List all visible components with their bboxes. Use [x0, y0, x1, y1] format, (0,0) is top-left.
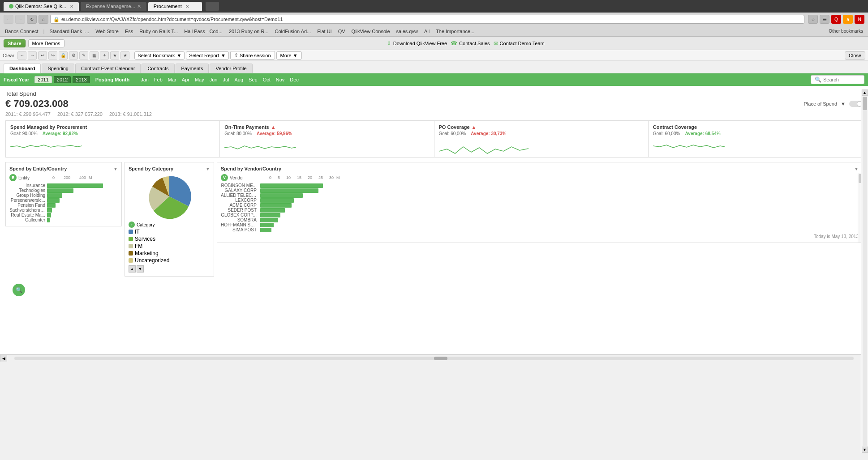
legend-marketing[interactable]: Marketing: [129, 250, 210, 256]
tab-payments[interactable]: Payments: [176, 64, 209, 73]
entity-row-sach[interactable]: Sachversicherung: [9, 208, 118, 213]
bookmark-coldfusion[interactable]: ColdFusion Ad...: [274, 29, 313, 34]
search-box[interactable]: 🔍: [811, 75, 864, 84]
month-aug[interactable]: Aug: [232, 77, 246, 83]
month-dec[interactable]: Dec: [288, 77, 301, 83]
vendor-chart-dropdown[interactable]: ▼: [854, 166, 859, 171]
legend-uncategorized[interactable]: Uncategorized: [129, 257, 210, 264]
redo-icon-btn[interactable]: ↪: [48, 51, 57, 60]
bookmark-qv[interactable]: QV: [337, 29, 347, 34]
tab-close-3[interactable]: ✕: [185, 4, 189, 9]
bookmark-all[interactable]: All: [423, 29, 431, 34]
bookmark-hallpass[interactable]: Hall Pass - Cod...: [183, 29, 224, 34]
tab-vendor-profile[interactable]: Vendor Profile: [210, 64, 252, 73]
forward-btn[interactable]: →: [15, 15, 25, 24]
select-report-dropdown[interactable]: Select Report ▼: [186, 51, 229, 60]
tab-procurement[interactable]: Procurement ✕: [148, 2, 202, 11]
month-jul[interactable]: Jul: [220, 77, 231, 83]
scroll-track-right[interactable]: [863, 97, 867, 362]
close-btn[interactable]: Close: [845, 51, 865, 60]
pin-icon-btn[interactable]: ★: [120, 51, 129, 60]
scroll-up-btn[interactable]: ▲: [862, 89, 868, 96]
vendor-row-hoffmann[interactable]: HOFFMANN SE...: [221, 222, 859, 227]
month-may[interactable]: May: [193, 77, 206, 83]
norton-icon[interactable]: N: [855, 15, 864, 24]
tab-dashboard[interactable]: Dashboard: [4, 64, 41, 73]
bookmark-ess[interactable]: Ess: [124, 29, 134, 34]
month-nov[interactable]: Nov: [274, 77, 287, 83]
entity-row-pension[interactable]: Pension Fund: [9, 203, 118, 208]
tab-spending[interactable]: Spending: [42, 64, 74, 73]
contact-sales-area[interactable]: ☎ Contact Sales: [451, 40, 490, 47]
fiscal-year-2013[interactable]: 2013: [73, 76, 90, 83]
month-mar[interactable]: Mar: [166, 77, 179, 83]
star-icon[interactable]: ☆: [808, 15, 818, 24]
entity-row-technologies[interactable]: Technologies: [9, 188, 118, 193]
search-input[interactable]: [823, 77, 859, 82]
vendor-row-lexcorp[interactable]: LEXCORP: [221, 198, 859, 203]
bookmark-standard[interactable]: Standard Bank -...: [48, 29, 90, 34]
category-scroll-up[interactable]: ▲: [129, 265, 136, 273]
back-icon-btn[interactable]: ←: [17, 51, 26, 60]
tab-close-2[interactable]: ✕: [137, 4, 141, 9]
vendor-row-seder[interactable]: SEDER POST: [221, 208, 859, 213]
scroll-left-btn[interactable]: ◀: [0, 355, 7, 362]
bookmark-bancs[interactable]: Bancs Connect: [4, 29, 40, 34]
vendor-row-robinson[interactable]: ROBINSON ME...: [221, 183, 859, 188]
fiscal-year-2011[interactable]: 2011: [34, 76, 52, 83]
share-main-btn[interactable]: Share: [4, 39, 26, 47]
other-bookmarks[interactable]: Other bookmarks: [827, 29, 864, 34]
vendor-row-acme[interactable]: ACME CORP: [221, 203, 859, 208]
vendor-row-sombra[interactable]: SOMBRA: [221, 217, 859, 222]
layout-icon-btn[interactable]: ▦: [90, 51, 99, 60]
home-btn-nav[interactable]: ⌂: [39, 15, 48, 24]
more-btn[interactable]: More ▼: [276, 51, 302, 60]
back-btn[interactable]: ←: [4, 15, 13, 24]
entity-row-insurance[interactable]: Insurance: [9, 183, 118, 188]
entity-row-realestate[interactable]: Real Estate Ma...: [9, 213, 118, 217]
contact-sales-label[interactable]: Contact Sales: [459, 41, 490, 46]
clear-btn[interactable]: Clear: [3, 53, 14, 58]
scroll-track[interactable]: [14, 357, 854, 360]
month-oct[interactable]: Oct: [261, 77, 273, 83]
scroll-thumb-right[interactable]: [863, 97, 867, 110]
bookmark-webstore[interactable]: Web Store: [94, 29, 120, 34]
contact-demo-label[interactable]: Contact Demo Team: [500, 41, 545, 46]
fiscal-year-2012[interactable]: 2012: [54, 76, 71, 83]
url-bar[interactable]: 🔒 eu.demo.qlikview.com/QvAJAXZfc/opendoc…: [50, 15, 804, 24]
legend-services[interactable]: Services: [129, 236, 210, 242]
legend-fm[interactable]: FM: [129, 243, 210, 249]
amazon-icon[interactable]: a: [843, 15, 853, 24]
download-label[interactable]: Download QlikView Free: [393, 41, 447, 46]
star-icon-btn[interactable]: ★: [110, 51, 119, 60]
entity-row-personen[interactable]: Personenversic...: [9, 198, 118, 203]
month-jan[interactable]: Jan: [138, 77, 151, 83]
vendor-row-allied[interactable]: ALLIED TELECOM: [221, 193, 859, 198]
qlik-logo[interactable]: 🔍: [13, 284, 25, 296]
lock-icon-btn[interactable]: 🔒: [59, 51, 68, 60]
undo-icon-btn[interactable]: ↩: [38, 51, 47, 60]
category-chart-dropdown[interactable]: ▼: [206, 166, 210, 171]
settings-icon-btn[interactable]: ⚙: [69, 51, 78, 60]
entity-chart-dropdown[interactable]: ▼: [113, 166, 118, 171]
reload-btn[interactable]: ↻: [27, 15, 37, 24]
plus-icon-btn[interactable]: +: [100, 51, 109, 60]
month-sep[interactable]: Sep: [246, 77, 260, 83]
tab-expense[interactable]: Expense Manageme... ✕: [81, 2, 146, 11]
bookmark-ruby2[interactable]: 2013 Ruby on R...: [228, 29, 270, 34]
vendor-row-globex[interactable]: GLOBEX CORP...: [221, 213, 859, 217]
share-session-btn[interactable]: ⇧ Share session: [230, 51, 275, 60]
download-area[interactable]: ⇓ Download QlikView Free: [387, 40, 447, 47]
bookmark-qlikview-console[interactable]: QlikView Console: [350, 29, 391, 34]
tab-contract-event[interactable]: Contract Event Calendar: [75, 64, 141, 73]
month-feb[interactable]: Feb: [152, 77, 165, 83]
fwd-icon-btn[interactable]: →: [28, 51, 37, 60]
vendor-row-galaxy[interactable]: GALAXY CORP: [221, 188, 859, 193]
month-jun[interactable]: Jun: [207, 77, 220, 83]
bookmark-icon[interactable]: ☰: [820, 15, 829, 24]
legend-it[interactable]: IT: [129, 229, 210, 235]
bookmark-importance[interactable]: The Importance...: [434, 29, 476, 34]
bookmark-ruby1[interactable]: Ruby on Rails T...: [138, 29, 179, 34]
month-apr[interactable]: Apr: [180, 77, 192, 83]
new-tab-btn[interactable]: [206, 2, 219, 11]
